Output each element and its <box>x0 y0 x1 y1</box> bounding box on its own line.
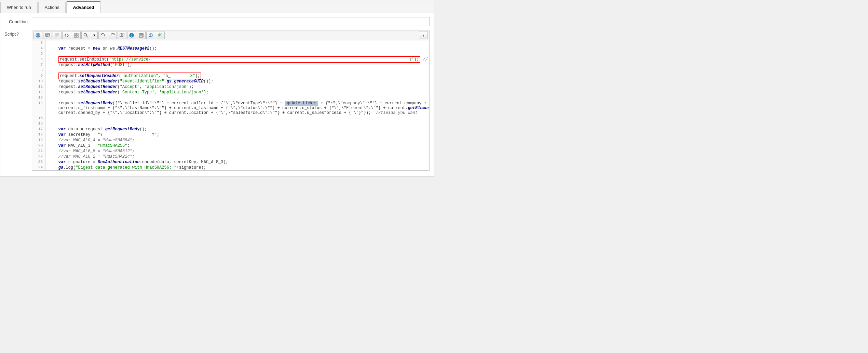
code-icon-btn[interactable] <box>62 31 71 39</box>
expand-left-icon-btn[interactable] <box>118 31 126 39</box>
undo-icon-btn[interactable] <box>98 31 107 39</box>
svg-rect-8 <box>74 33 76 35</box>
code-line-18: 18 var secretKey = "Y Y"; <box>32 132 429 138</box>
content-area: Condition Script ? <box>0 13 434 176</box>
code-line-11: 11 request.setRequestHeader("Accept", "a… <box>32 84 429 90</box>
code-line-10: 10 request.setRequestHeader("event-ident… <box>32 79 429 84</box>
script-toolbar: ▼ <box>32 30 429 40</box>
grid-icon-btn[interactable] <box>72 31 81 39</box>
code-line-7: 7 request.setHttpMethod('POST'); <box>32 62 429 68</box>
save-icon-btn[interactable] <box>137 31 146 39</box>
comment-icon-btn[interactable] <box>43 31 52 39</box>
code-line-12: 12 request.setRequestHeader('Content-Typ… <box>32 90 429 95</box>
code-line-20: 20 var MAC_ALG_3 = "HmacSHA256"; <box>32 143 429 148</box>
redo-icon-btn[interactable] <box>108 31 117 39</box>
code-editor[interactable]: 3 4 var request = new sn_ws.RESTMessageV… <box>32 40 429 170</box>
code-line-15: 15 <box>32 116 429 121</box>
list-icon-btn[interactable] <box>53 31 62 39</box>
code-line-9: 9 request.setRequestHeader("authorizatio… <box>32 73 429 79</box>
script-label-area: Script ? <box>4 30 32 37</box>
recycle-icon-btn[interactable] <box>146 31 155 39</box>
svg-point-12 <box>84 34 87 36</box>
svg-rect-1 <box>45 34 50 36</box>
code-line-24: 24 gs.log("Digest data generated with Hm… <box>32 165 429 170</box>
code-line-17: 17 var data = request.getRequestBody(); <box>32 127 429 132</box>
script-label: Script <box>4 31 16 37</box>
svg-rect-21 <box>140 33 143 35</box>
help-icon-btn[interactable]: ? <box>127 31 136 39</box>
svg-text:?: ? <box>131 34 133 37</box>
svg-point-26 <box>159 34 162 37</box>
svg-rect-22 <box>140 36 143 37</box>
search-icon-btn[interactable] <box>81 31 90 39</box>
code-content: 3 4 var request = new sn_ws.RESTMessageV… <box>32 40 429 170</box>
code-line-21: 21 //var MAC_ALG_5 = "HmacSHA512"; <box>32 148 429 154</box>
code-line-13: 13 <box>32 95 429 101</box>
dropdown-arrow-btn[interactable]: ▼ <box>91 31 98 39</box>
svg-rect-15 <box>121 33 124 36</box>
condition-input[interactable] <box>32 17 430 26</box>
code-line-23: 23 var signature = SncAuthentication.enc… <box>32 159 429 165</box>
svg-rect-9 <box>77 33 78 35</box>
svg-rect-11 <box>77 36 78 37</box>
tab-when-to-run[interactable]: When to run <box>0 2 38 13</box>
tab-actions[interactable]: Actions <box>38 2 66 13</box>
help-icon[interactable]: ? <box>16 32 19 37</box>
main-container: When to run Actions Advanced Condition S… <box>0 0 434 176</box>
condition-label: Condition <box>4 19 32 24</box>
globe-icon-btn[interactable] <box>33 31 42 39</box>
code-line-19: 19 //var MAC_ALG_4 = "HmacSHA384"; <box>32 138 429 143</box>
code-line-14: 14 request.setRequestBody({"\"caller_id\… <box>32 101 429 116</box>
tabs-bar: When to run Actions Advanced <box>0 0 434 13</box>
code-line-6: 6 request.setEndpoint('https://service- … <box>32 57 429 62</box>
code-line-3: 3 <box>32 40 429 46</box>
code-line-16: 16 <box>32 121 429 127</box>
svg-rect-10 <box>74 36 76 37</box>
expand-right-btn[interactable]: › <box>419 31 428 39</box>
code-line-22: 22 //var MAC_ALG_2 = "HmacSHA224"; <box>32 154 429 159</box>
settings-icon-btn[interactable] <box>156 31 165 39</box>
svg-line-13 <box>86 36 88 38</box>
svg-point-25 <box>160 35 161 36</box>
script-editor-container: ▼ <box>32 30 430 171</box>
condition-row: Condition <box>0 16 434 27</box>
script-row: Script ? <box>0 29 434 173</box>
tab-advanced[interactable]: Advanced <box>66 1 100 13</box>
code-line-4: 4 var request = new sn_ws.RESTMessageV2(… <box>32 46 429 51</box>
